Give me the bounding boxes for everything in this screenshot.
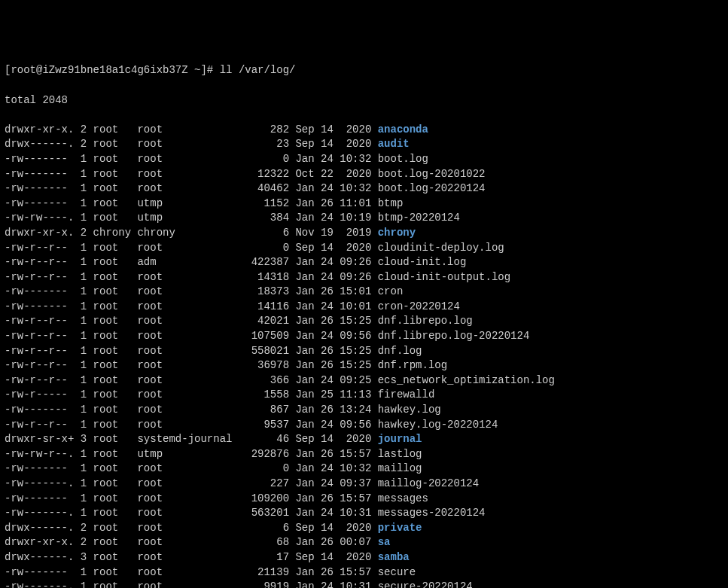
file-name: lastlog (378, 448, 422, 460)
file-listing: drwxr-xr-x. 2 root root 282 Sep 14 2020 … (5, 123, 723, 588)
file-name: cron-20220124 (378, 300, 460, 312)
file-name: chrony (378, 227, 416, 239)
file-meta: -rw-r--r-- 1 root adm 422387 Jan 24 09:2… (5, 256, 378, 268)
file-name: btmp (378, 197, 404, 209)
file-meta: -rw------- 1 root root 21139 Jan 26 15:5… (5, 566, 378, 578)
list-item: -rw------- 1 root root 18373 Jan 26 15:0… (5, 285, 723, 300)
file-meta: -rw-rw----. 1 root utmp 384 Jan 24 10:19 (5, 212, 378, 224)
file-name: samba (378, 551, 410, 563)
file-meta: drwxr-xr-x. 2 chrony chrony 6 Nov 19 201… (5, 227, 378, 239)
list-item: drwxr-sr-x+ 3 root systemd-journal 46 Se… (5, 432, 723, 447)
file-name: boot.log-20220124 (378, 182, 486, 194)
list-item: -rw-r--r-- 1 root root 14318 Jan 24 09:2… (5, 270, 723, 285)
list-item: drwx------. 3 root root 17 Sep 14 2020 s… (5, 550, 723, 565)
file-meta: -rw-r--r-- 1 root root 14318 Jan 24 09:2… (5, 271, 378, 283)
prompt-close: ]# (200, 64, 219, 76)
list-item: -rw-r--r-- 1 root root 107509 Jan 24 09:… (5, 329, 723, 344)
list-item: -rw-rw----. 1 root utmp 384 Jan 24 10:19… (5, 211, 723, 226)
file-meta: drwxr-xr-x. 2 root root 282 Sep 14 2020 (5, 123, 378, 136)
file-name: dnf.librepo.log (378, 315, 473, 327)
file-name: dnf.rpm.log (378, 359, 447, 371)
list-item: -rw------- 1 root root 12322 Oct 22 2020… (5, 167, 723, 182)
list-item: drwx------. 2 root root 23 Sep 14 2020 a… (5, 137, 723, 152)
file-name: hawkey.log-20220124 (378, 419, 498, 431)
list-item: -rw-r----- 1 root root 1558 Jan 25 11:13… (5, 388, 723, 403)
file-meta: -rw------- 1 root root 18373 Jan 26 15:0… (5, 285, 378, 297)
list-item: -rw------- 1 root root 109200 Jan 26 15:… (5, 492, 723, 507)
file-meta: -rw------- 1 root root 867 Jan 26 13:24 (5, 404, 378, 416)
file-meta: -rw-r--r-- 1 root root 36978 Jan 26 15:2… (5, 359, 378, 371)
list-item: -rw------- 1 root root 21139 Jan 26 15:5… (5, 565, 723, 580)
file-name: firewalld (378, 388, 435, 401)
file-name: boot.log (378, 153, 428, 165)
file-name: btmp-20220124 (378, 212, 460, 224)
file-name: maillog-20220124 (378, 477, 479, 489)
file-meta: -rw------- 1 root utmp 1152 Jan 26 11:01 (5, 197, 378, 209)
list-item: -rw-------. 1 root root 9919 Jan 24 10:3… (5, 580, 723, 588)
file-name: dnf.log (378, 345, 422, 357)
file-meta: drwx------. 2 root root 6 Sep 14 2020 (5, 522, 378, 534)
file-meta: drwxr-sr-x+ 3 root systemd-journal 46 Se… (5, 433, 378, 445)
file-name: anaconda (378, 123, 428, 136)
file-meta: -rw------- 1 root root 40462 Jan 24 10:3… (5, 182, 378, 194)
file-meta: -rw-r--r-- 1 root root 107509 Jan 24 09:… (5, 330, 378, 342)
list-item: -rw-r--r-- 1 root root 9537 Jan 24 09:56… (5, 418, 723, 433)
list-item: -rw------- 1 root root 867 Jan 26 13:24 … (5, 403, 723, 418)
list-item: drwxr-xr-x. 2 root root 282 Sep 14 2020 … (5, 123, 723, 138)
file-name: boot.log-20201022 (378, 168, 486, 180)
list-item: -rw-r--r-- 1 root root 36978 Jan 26 15:2… (5, 358, 723, 373)
list-item: -rw-r--r-- 1 root root 42021 Jan 26 15:2… (5, 314, 723, 329)
file-name: private (378, 522, 422, 534)
file-meta: -rw------- 1 root root 12322 Oct 22 2020 (5, 168, 378, 180)
file-meta: drwx------. 3 root root 17 Sep 14 2020 (5, 551, 378, 563)
list-item: -rw------- 1 root utmp 1152 Jan 26 11:01… (5, 197, 723, 212)
list-item: drwx------. 2 root root 6 Sep 14 2020 pr… (5, 521, 723, 536)
prompt-user-host: root@iZwz91bne18a1c4g6ixb37Z (11, 64, 187, 76)
file-name: messages (378, 492, 428, 504)
file-meta: -rw-r--r-- 1 root root 0 Sep 14 2020 (5, 242, 378, 254)
file-meta: -rw-r--r-- 1 root root 558021 Jan 26 15:… (5, 345, 378, 357)
list-item: drwxr-xr-x. 2 chrony chrony 6 Nov 19 201… (5, 226, 723, 241)
total-line: total 2048 (5, 93, 723, 108)
file-name: audit (378, 138, 410, 150)
file-name: cloud-init-output.log (378, 271, 510, 283)
file-meta: drwx------. 2 root root 23 Sep 14 2020 (5, 138, 378, 150)
file-meta: -rw-r--r-- 1 root root 42021 Jan 26 15:2… (5, 315, 378, 327)
list-item: -rw-r--r-- 1 root root 0 Sep 14 2020 clo… (5, 241, 723, 256)
file-name: secure (378, 566, 416, 578)
file-meta: -rw------- 1 root root 109200 Jan 26 15:… (5, 492, 378, 504)
prompt-line-1[interactable]: [root@iZwz91bne18a1c4g6ixb37Z ~]# ll /va… (5, 63, 723, 78)
file-meta: -rw------- 1 root root 0 Jan 24 10:32 (5, 153, 378, 165)
prompt-path: ~ (188, 64, 201, 76)
file-name: secure-20220124 (378, 580, 473, 588)
file-name: cron (378, 285, 404, 297)
file-meta: -rw-r--r-- 1 root root 9537 Jan 24 09:56 (5, 419, 378, 431)
file-name: cloud-init.log (378, 256, 467, 268)
file-meta: -rw------- 1 root root 0 Jan 24 10:32 (5, 462, 378, 474)
file-meta: -rw-------. 1 root root 563201 Jan 24 10… (5, 507, 378, 519)
list-item: -rw-r--r-- 1 root adm 422387 Jan 24 09:2… (5, 255, 723, 270)
file-name: maillog (378, 462, 422, 474)
file-meta: -rw-rw-r--. 1 root utmp 292876 Jan 26 15… (5, 448, 378, 460)
list-item: -rw-r--r-- 1 root root 366 Jan 24 09:25 … (5, 373, 723, 388)
file-name: hawkey.log (378, 404, 441, 416)
list-item: -rw-------. 1 root root 227 Jan 24 09:37… (5, 477, 723, 492)
command-text: ll /var/log/ (220, 64, 296, 76)
list-item: drwxr-xr-x. 2 root root 68 Jan 26 00:07 … (5, 535, 723, 550)
file-meta: -rw------- 1 root root 14116 Jan 24 10:0… (5, 300, 378, 312)
file-name: dnf.librepo.log-20220124 (378, 330, 530, 342)
list-item: -rw-r--r-- 1 root root 558021 Jan 26 15:… (5, 344, 723, 359)
file-name: cloudinit-deploy.log (378, 242, 504, 254)
list-item: -rw------- 1 root root 0 Jan 24 10:32 ma… (5, 462, 723, 477)
file-name: journal (378, 433, 422, 445)
list-item: -rw------- 1 root root 0 Jan 24 10:32 bo… (5, 152, 723, 167)
file-meta: -rw-r--r-- 1 root root 366 Jan 24 09:25 (5, 374, 378, 386)
list-item: -rw-rw-r--. 1 root utmp 292876 Jan 26 15… (5, 447, 723, 462)
file-name: messages-20220124 (378, 507, 486, 519)
list-item: -rw-------. 1 root root 563201 Jan 24 10… (5, 506, 723, 521)
file-meta: -rw-------. 1 root root 227 Jan 24 09:37 (5, 477, 378, 489)
list-item: -rw------- 1 root root 40462 Jan 24 10:3… (5, 181, 723, 197)
file-meta: drwxr-xr-x. 2 root root 68 Jan 26 00:07 (5, 536, 378, 548)
file-meta: -rw-------. 1 root root 9919 Jan 24 10:3… (5, 580, 378, 588)
file-meta: -rw-r----- 1 root root 1558 Jan 25 11:13 (5, 388, 378, 401)
